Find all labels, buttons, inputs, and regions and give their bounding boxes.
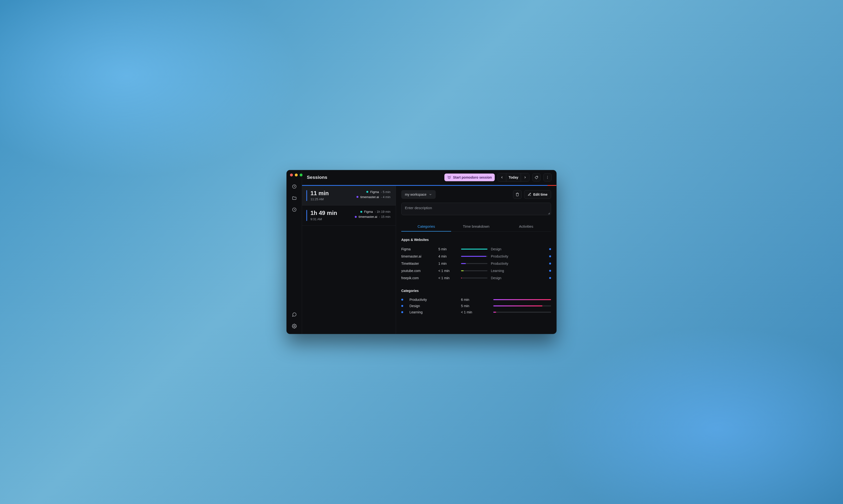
session-app-name: timemaster.ai bbox=[360, 195, 379, 199]
app-row-menu-button[interactable] bbox=[549, 263, 551, 265]
session-start-time: 9:31 AM bbox=[311, 217, 337, 221]
session-app-time: - 15 min bbox=[379, 215, 390, 218]
category-time: 6 min bbox=[461, 298, 490, 302]
app-name: freepik.com bbox=[401, 276, 435, 280]
category-name: Design bbox=[409, 304, 458, 308]
app-name: youtube.com bbox=[401, 269, 435, 273]
color-dot-icon bbox=[366, 191, 368, 193]
app-row: youtube.com < 1 min Learning bbox=[401, 267, 551, 274]
app-name: TimeMaster bbox=[401, 262, 435, 266]
tab-categories[interactable]: Categories bbox=[401, 221, 451, 231]
main: Sessions Start pomodoro session Today bbox=[302, 170, 556, 334]
category-usage-bar bbox=[493, 305, 551, 306]
prev-day-button[interactable] bbox=[498, 173, 506, 181]
app-name: Figma bbox=[401, 247, 435, 251]
nav-folder-icon[interactable] bbox=[289, 193, 299, 203]
close-window-button[interactable] bbox=[290, 174, 293, 176]
app-name: timemaster.ai bbox=[401, 254, 435, 258]
delete-session-button[interactable] bbox=[513, 190, 522, 199]
workspace-select[interactable]: my workspace bbox=[401, 190, 436, 199]
chevron-down-icon bbox=[429, 193, 432, 196]
app-row: timemaster.ai 4 min Productivity bbox=[401, 253, 551, 260]
category-time: < 1 min bbox=[461, 310, 490, 314]
page-title: Sessions bbox=[307, 175, 327, 180]
app-usage-bar bbox=[461, 249, 488, 250]
app-usage-bar bbox=[461, 256, 488, 257]
session-detail: my workspace Edit time bbox=[396, 186, 556, 334]
sidebar bbox=[287, 170, 302, 334]
category-dot-icon bbox=[401, 305, 403, 307]
app-row-menu-button[interactable] bbox=[549, 248, 551, 250]
next-day-button[interactable] bbox=[521, 173, 529, 181]
app-row: freepik.com < 1 min Design bbox=[401, 274, 551, 282]
app-row: TimeMaster 1 min Productivity bbox=[401, 260, 551, 267]
app-row: Figma 5 min Design bbox=[401, 246, 551, 253]
tab-activities[interactable]: Activities bbox=[501, 221, 551, 231]
app-time: 5 min bbox=[438, 247, 458, 251]
workspace-label: my workspace bbox=[405, 193, 426, 196]
session-app-name: Figma bbox=[364, 210, 373, 214]
tab-time-breakdown[interactable]: Time breakdown bbox=[451, 221, 501, 231]
date-nav: Today bbox=[497, 173, 529, 182]
category-name: Productivity bbox=[409, 298, 458, 302]
minimize-window-button[interactable] bbox=[295, 174, 298, 176]
category-usage-bar bbox=[493, 299, 551, 300]
session-app-name: Figma bbox=[370, 190, 379, 194]
app-window: Sessions Start pomodoro session Today bbox=[287, 170, 556, 334]
svg-point-2 bbox=[294, 326, 295, 327]
svg-point-4 bbox=[537, 177, 537, 177]
detail-tabs: Categories Time breakdown Activities bbox=[401, 221, 551, 232]
app-category: Design bbox=[491, 276, 543, 280]
resize-handle-icon[interactable]: ◢ bbox=[548, 212, 550, 214]
start-pomodoro-button[interactable]: Start pomodoro session bbox=[444, 174, 495, 181]
session-duration: 11 min bbox=[311, 190, 329, 196]
nav-dashboard-icon[interactable] bbox=[289, 182, 299, 191]
category-row: Learning < 1 min bbox=[401, 309, 551, 315]
color-dot-icon bbox=[355, 216, 357, 218]
pencil-icon bbox=[528, 193, 531, 196]
category-usage-bar bbox=[493, 312, 551, 313]
more-menu-button[interactable] bbox=[543, 173, 551, 181]
app-category: Design bbox=[491, 247, 543, 251]
session-row[interactable]: 1h 49 min 9:31 AM Figma - 1h 19 min time… bbox=[302, 205, 396, 225]
app-time: < 1 min bbox=[438, 269, 458, 273]
app-time: 4 min bbox=[438, 254, 458, 258]
apps-list: Figma 5 min Design timemaster.ai 4 min P… bbox=[401, 246, 551, 282]
nav-settings-icon[interactable] bbox=[289, 321, 299, 331]
tag-button[interactable] bbox=[532, 173, 541, 181]
today-button[interactable]: Today bbox=[506, 173, 521, 181]
edit-time-button[interactable]: Edit time bbox=[524, 190, 551, 199]
category-time: 5 min bbox=[461, 304, 490, 308]
content: 11 min 11:25 AM Figma - 5 min timemaster… bbox=[302, 186, 556, 334]
app-usage-bar bbox=[461, 263, 488, 264]
apps-section-title: Apps & Websites bbox=[401, 238, 551, 242]
app-time: 1 min bbox=[438, 262, 458, 266]
session-app-line: Figma - 5 min bbox=[366, 190, 390, 194]
session-start-time: 11:25 AM bbox=[311, 197, 329, 201]
color-dot-icon bbox=[360, 211, 362, 213]
nav-chat-icon[interactable] bbox=[289, 310, 299, 319]
app-category: Productivity bbox=[491, 262, 543, 266]
app-row-menu-button[interactable] bbox=[549, 270, 551, 272]
app-usage-bar bbox=[461, 270, 488, 271]
category-name: Learning bbox=[409, 310, 458, 314]
edit-time-label: Edit time bbox=[533, 193, 547, 196]
description-placeholder: Enter description bbox=[405, 206, 432, 210]
alarm-icon bbox=[447, 176, 451, 179]
session-accent-bar bbox=[306, 190, 307, 201]
categories-section-title: Categories bbox=[401, 289, 551, 293]
session-app-line: timemaster.ai - 4 min bbox=[356, 195, 390, 199]
session-app-time: - 5 min bbox=[381, 190, 390, 194]
nav-history-icon[interactable] bbox=[289, 205, 299, 214]
category-dot-icon bbox=[401, 311, 403, 313]
session-row[interactable]: 11 min 11:25 AM Figma - 5 min timemaster… bbox=[302, 186, 396, 205]
app-row-menu-button[interactable] bbox=[549, 277, 551, 279]
app-row-menu-button[interactable] bbox=[549, 255, 551, 257]
svg-point-7 bbox=[547, 178, 548, 179]
session-duration: 1h 49 min bbox=[311, 210, 337, 216]
app-category: Productivity bbox=[491, 254, 543, 258]
svg-point-6 bbox=[547, 177, 548, 178]
description-input[interactable]: Enter description ◢ bbox=[401, 203, 551, 215]
sessions-list: 11 min 11:25 AM Figma - 5 min timemaster… bbox=[302, 186, 396, 334]
app-time: < 1 min bbox=[438, 276, 458, 280]
